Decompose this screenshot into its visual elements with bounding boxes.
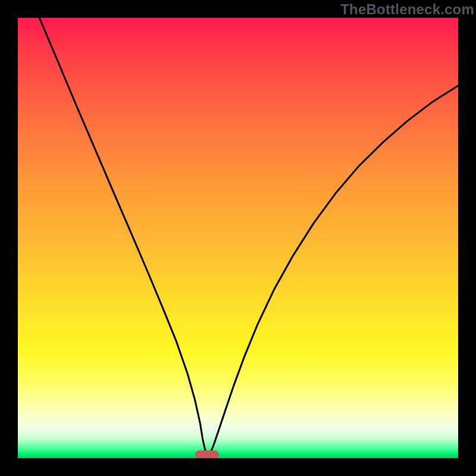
optimum-marker (195, 450, 219, 458)
curve-layer (18, 18, 458, 458)
chart-frame: TheBottleneck.com (0, 0, 476, 476)
curve-left-branch (39, 18, 207, 454)
curve-right-branch (210, 86, 458, 454)
brand-watermark: TheBottleneck.com (340, 1, 474, 18)
plot-area (18, 18, 458, 458)
